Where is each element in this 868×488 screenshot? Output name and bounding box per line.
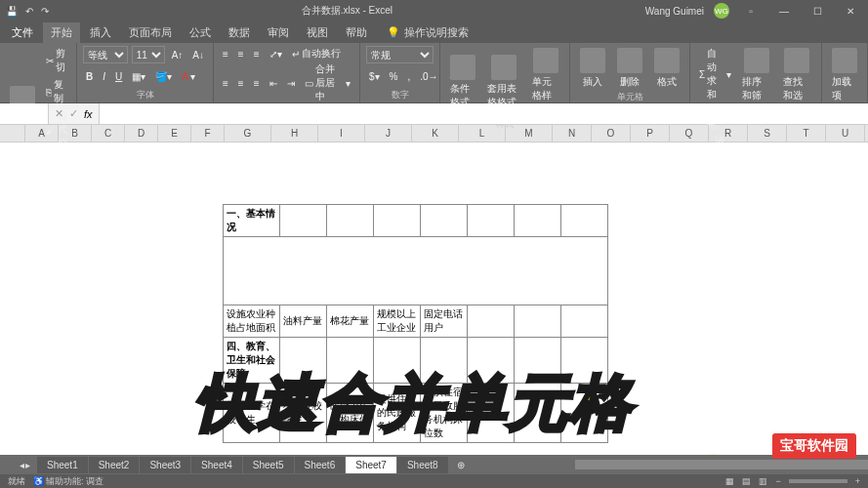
add-sheet-button[interactable]: ⊕ (449, 457, 473, 473)
formula-input[interactable] (99, 103, 868, 124)
tab-insert[interactable]: 插入 (82, 22, 119, 43)
cell[interactable]: 固定电话用户 (421, 305, 468, 338)
fill-color-button[interactable]: 🪣▾ (152, 70, 175, 83)
tab-home[interactable]: 开始 (43, 22, 80, 43)
font-color-button[interactable]: A▾ (179, 70, 198, 83)
horizontal-scrollbar[interactable] (575, 460, 868, 469)
sheet-nav-next[interactable]: ▸ (25, 460, 30, 470)
column-header[interactable]: L (459, 125, 506, 142)
number-format-select[interactable]: 常规 (366, 46, 434, 63)
zoom-out-button[interactable]: − (775, 476, 780, 486)
column-header[interactable]: O (592, 125, 631, 142)
column-header[interactable]: M (506, 125, 553, 142)
sheet-tab[interactable]: Sheet1 (37, 457, 88, 473)
undo-icon[interactable]: ↶ (25, 6, 33, 17)
orientation-button[interactable]: ⤢▾ (267, 48, 285, 61)
sheet-tab[interactable]: Sheet6 (295, 457, 346, 473)
increase-decimal-button[interactable]: .0→ (417, 70, 440, 83)
accessibility-status[interactable]: ♿ 辅助功能: 调查 (33, 476, 104, 486)
sheet-tab[interactable]: Sheet8 (397, 457, 448, 473)
conditional-format-button[interactable]: 条件格式 (446, 53, 479, 111)
cell[interactable]: 规模以上工业企业 (374, 305, 421, 338)
tab-layout[interactable]: 页面布局 (121, 22, 180, 43)
column-header[interactable]: D (125, 125, 158, 142)
addins-button[interactable]: 加载项 (828, 46, 861, 104)
close-icon[interactable]: ✕ (839, 2, 862, 20)
view-page-icon[interactable]: ▤ (742, 476, 751, 486)
delete-cells-button[interactable]: 删除 (613, 46, 646, 91)
bold-button[interactable]: B (83, 70, 96, 83)
autosum-button[interactable]: Σ自动求和▾ (696, 46, 734, 102)
user-name[interactable]: Wang Guimei (645, 6, 704, 17)
align-top-button[interactable]: ≡ (220, 48, 231, 61)
cancel-icon[interactable]: ✕ (55, 107, 63, 120)
copy-button[interactable]: ⎘复制 (43, 77, 70, 106)
column-header[interactable]: C (92, 125, 125, 142)
column-header[interactable]: A (25, 125, 59, 142)
tab-file[interactable]: 文件 (4, 22, 41, 43)
column-header[interactable]: N (553, 125, 592, 142)
tab-view[interactable]: 视图 (299, 22, 336, 43)
merge-cells-button[interactable]: ▭合并后居中▾ (302, 61, 353, 104)
underline-button[interactable]: U (112, 70, 125, 83)
cell[interactable]: 设施农业种植占地面积 (224, 305, 280, 338)
font-name-select[interactable]: 等线 (83, 46, 128, 63)
align-middle-button[interactable]: ≡ (235, 48, 247, 61)
wrap-text-button[interactable]: ↵自动换行 (289, 46, 344, 61)
view-normal-icon[interactable]: ▦ (725, 476, 734, 486)
fx-icon[interactable]: fx (84, 108, 93, 120)
align-center-button[interactable]: ≡ (235, 77, 247, 90)
decrease-font-button[interactable]: A↓ (189, 49, 207, 61)
tab-formulas[interactable]: 公式 (182, 22, 219, 43)
column-header[interactable]: B (59, 125, 92, 142)
column-header[interactable]: R (709, 125, 748, 142)
sheet-tab[interactable]: Sheet4 (191, 457, 242, 473)
align-left-button[interactable]: ≡ (220, 77, 231, 90)
column-header[interactable]: I (318, 125, 365, 142)
sheet-nav-prev[interactable]: ◂ (20, 460, 24, 470)
save-icon[interactable]: 💾 (6, 6, 18, 17)
column-header[interactable]: Q (670, 125, 709, 142)
maximize-icon[interactable]: ☐ (806, 2, 829, 20)
column-header[interactable]: S (748, 125, 787, 142)
cell[interactable]: 油料产量 (280, 305, 327, 338)
column-header[interactable]: T (787, 125, 826, 142)
column-header[interactable]: P (631, 125, 670, 142)
minimize-icon[interactable]: — (772, 2, 796, 20)
tab-data[interactable]: 数据 (221, 22, 258, 43)
column-header[interactable]: H (271, 125, 318, 142)
cell[interactable]: 棉花产量 (327, 305, 374, 338)
tab-review[interactable]: 审阅 (260, 22, 297, 43)
sheet-tab[interactable]: Sheet2 (89, 457, 140, 473)
cut-button[interactable]: ✂剪切 (43, 46, 70, 75)
column-header[interactable]: F (191, 125, 225, 142)
format-cells-button[interactable]: 格式 (650, 46, 683, 91)
column-header[interactable]: E (158, 125, 191, 142)
border-button[interactable]: ▦▾ (129, 70, 148, 83)
zoom-in-button[interactable]: + (855, 476, 860, 486)
column-header[interactable]: U (826, 125, 865, 142)
column-header[interactable]: J (365, 125, 412, 142)
tell-me-search[interactable]: 💡 操作说明搜索 (387, 25, 469, 40)
sheet-tab[interactable]: Sheet5 (243, 457, 294, 473)
italic-button[interactable]: I (100, 70, 108, 83)
table-format-button[interactable]: 套用表格格式 (483, 53, 524, 111)
tab-help[interactable]: 帮助 (338, 22, 375, 43)
column-header[interactable]: K (412, 125, 459, 142)
insert-cells-button[interactable]: 插入 (576, 46, 609, 91)
spreadsheet-grid[interactable]: 一、基本情况 设施农业种植占地面积油料产量棉花产量规模以上工业企业固定电话用户 … (0, 142, 868, 465)
indent-increase-button[interactable]: ⇥ (284, 77, 298, 90)
column-header[interactable]: G (225, 125, 271, 142)
align-bottom-button[interactable]: ≡ (251, 48, 263, 61)
increase-font-button[interactable]: A↑ (169, 49, 186, 61)
enter-icon[interactable]: ✓ (69, 107, 78, 120)
font-size-select[interactable]: 11 (132, 46, 165, 63)
view-break-icon[interactable]: ▥ (759, 476, 767, 486)
name-box[interactable] (0, 103, 49, 124)
sheet-tab[interactable]: Sheet3 (140, 457, 190, 473)
comma-button[interactable]: , (404, 70, 413, 83)
indent-decrease-button[interactable]: ⇤ (267, 77, 280, 90)
redo-icon[interactable]: ↷ (41, 6, 49, 17)
zoom-slider[interactable] (789, 479, 847, 483)
cell[interactable]: 一、基本情况 (224, 205, 280, 237)
